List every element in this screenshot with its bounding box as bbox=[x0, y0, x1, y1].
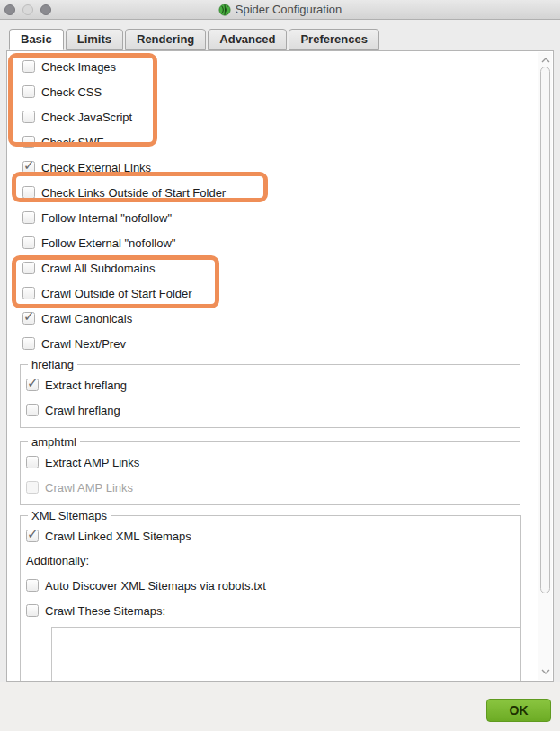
title-bar: Spider Configuration bbox=[0, 0, 560, 20]
xml-sitemaps-legend: XML Sitemaps bbox=[28, 509, 111, 522]
checkbox-list: ✓ Check Images ✓ Check CSS ✓ Check JavaS… bbox=[7, 51, 553, 356]
basic-tab-panel: ✓ Check Images ✓ Check CSS ✓ Check JavaS… bbox=[6, 50, 554, 682]
checkbox-label: Crawl Linked XML Sitemaps bbox=[45, 530, 191, 543]
row-crawl-these-sitemaps: ✓ Crawl These Sitemaps: bbox=[23, 598, 520, 623]
minimize-window-icon[interactable] bbox=[22, 4, 33, 15]
scrollbar-thumb[interactable] bbox=[540, 67, 550, 593]
dialog-footer: OK bbox=[0, 682, 560, 731]
checkbox-label: Check Links Outside of Start Folder bbox=[41, 186, 226, 200]
checkbox-label: Follow Internal "nofollow" bbox=[41, 211, 172, 225]
checkbox-label: Auto Discover XML Sitemaps via robots.tx… bbox=[45, 579, 266, 593]
tab-basic[interactable]: Basic bbox=[9, 29, 64, 50]
row-follow-external-nofollow: ✓ Follow External "nofollow" bbox=[7, 230, 553, 255]
extract-hreflang-checkbox[interactable]: ✓ bbox=[26, 379, 39, 391]
extract-amp-links-checkbox[interactable]: ✓ bbox=[26, 456, 39, 468]
tab-limits[interactable]: Limits bbox=[66, 29, 123, 50]
check-javascript-checkbox[interactable]: ✓ bbox=[22, 111, 35, 123]
checkbox-label: Check SWF bbox=[41, 136, 103, 149]
row-check-links-outside-start-folder: ✓ Check Links Outside of Start Folder bbox=[7, 180, 553, 205]
row-crawl-linked-xml-sitemaps: ✓ Crawl Linked XML Sitemaps bbox=[23, 523, 520, 548]
row-check-javascript: ✓ Check JavaScript bbox=[7, 104, 553, 129]
checkbox-label: Check JavaScript bbox=[41, 111, 132, 124]
sitemaps-list-input[interactable] bbox=[51, 627, 520, 682]
crawl-all-subdomains-checkbox[interactable]: ✓ bbox=[22, 262, 35, 274]
row-crawl-outside-start-folder: ✓ Crawl Outside of Start Folder bbox=[7, 281, 553, 306]
tab-preferences[interactable]: Preferences bbox=[289, 29, 378, 50]
row-auto-discover-xml-sitemaps: ✓ Auto Discover XML Sitemaps via robots.… bbox=[23, 573, 520, 598]
check-external-links-checkbox[interactable]: ✓ bbox=[22, 161, 35, 174]
checkbox-label: Check Images bbox=[41, 60, 116, 74]
hreflang-group: hreflang ✓ Extract hreflang ✓ Crawl href… bbox=[20, 358, 520, 428]
check-css-checkbox[interactable]: ✓ bbox=[22, 85, 35, 98]
window-title: Spider Configuration bbox=[236, 3, 342, 16]
scroll-up-icon[interactable] bbox=[541, 57, 550, 64]
crawl-these-sitemaps-checkbox[interactable]: ✓ bbox=[26, 604, 39, 617]
spider-app-icon bbox=[218, 4, 231, 16]
ok-button[interactable]: OK bbox=[486, 699, 551, 722]
checkbox-label: Extract hreflang bbox=[45, 379, 127, 392]
row-check-external-links: ✓ Check External Links bbox=[7, 155, 553, 180]
hreflang-legend: hreflang bbox=[28, 358, 77, 371]
checkbox-label: Crawl AMP Links bbox=[45, 481, 133, 495]
follow-internal-nofollow-checkbox[interactable]: ✓ bbox=[22, 211, 35, 224]
check-links-outside-checkbox[interactable]: ✓ bbox=[22, 186, 35, 199]
zoom-window-icon[interactable] bbox=[40, 4, 51, 15]
check-images-checkbox[interactable]: ✓ bbox=[22, 60, 35, 73]
checkbox-label: Extract AMP Links bbox=[45, 456, 139, 469]
checkbox-label: Check External Links bbox=[41, 161, 151, 174]
follow-external-nofollow-checkbox[interactable]: ✓ bbox=[22, 236, 35, 249]
auto-discover-sitemaps-checkbox[interactable]: ✓ bbox=[26, 579, 39, 592]
checkbox-label: Check CSS bbox=[41, 85, 102, 99]
amphtml-legend: amphtml bbox=[28, 435, 80, 449]
checkbox-label: Crawl hreflang bbox=[45, 404, 120, 417]
crawl-amp-links-checkbox: ✓ bbox=[26, 481, 39, 494]
checkbox-label: Crawl These Sitemaps: bbox=[45, 604, 165, 618]
row-crawl-next-prev: ✓ Crawl Next/Prev bbox=[7, 331, 553, 356]
checkbox-label: Follow External "nofollow" bbox=[41, 236, 175, 250]
tab-rendering[interactable]: Rendering bbox=[125, 29, 206, 50]
crawl-canonicals-checkbox[interactable]: ✓ bbox=[22, 312, 35, 325]
row-check-css: ✓ Check CSS bbox=[7, 79, 553, 104]
row-extract-hreflang: ✓ Extract hreflang bbox=[23, 372, 520, 397]
row-extract-amp-links: ✓ Extract AMP Links bbox=[23, 450, 520, 475]
row-crawl-hreflang: ✓ Crawl hreflang bbox=[23, 397, 520, 423]
row-crawl-amp-links: ✓ Crawl AMP Links bbox=[23, 475, 520, 500]
row-check-images: ✓ Check Images bbox=[7, 54, 553, 79]
checkbox-label: Crawl All Subdomains bbox=[41, 262, 155, 275]
xml-sitemaps-group: XML Sitemaps ✓ Crawl Linked XML Sitemaps… bbox=[20, 509, 521, 682]
checkbox-label: Crawl Outside of Start Folder bbox=[41, 287, 192, 300]
amphtml-group: amphtml ✓ Extract AMP Links ✓ Crawl AMP … bbox=[20, 435, 520, 505]
close-window-icon[interactable] bbox=[4, 4, 15, 15]
additionally-label: Additionally: bbox=[23, 548, 520, 573]
tab-advanced[interactable]: Advanced bbox=[208, 29, 287, 50]
crawl-linked-xml-sitemaps-checkbox[interactable]: ✓ bbox=[26, 530, 39, 542]
traffic-lights bbox=[0, 4, 51, 15]
crawl-outside-start-folder-checkbox[interactable]: ✓ bbox=[22, 287, 35, 299]
row-follow-internal-nofollow: ✓ Follow Internal "nofollow" bbox=[7, 205, 553, 230]
checkbox-label: Crawl Canonicals bbox=[41, 312, 132, 325]
row-crawl-canonicals: ✓ Crawl Canonicals bbox=[7, 306, 553, 331]
row-check-swf: ✓ Check SWF bbox=[7, 129, 553, 155]
tab-strip: Basic Limits Rendering Advanced Preferen… bbox=[0, 20, 560, 50]
vertical-scrollbar[interactable] bbox=[538, 52, 552, 680]
checkbox-label: Crawl Next/Prev bbox=[41, 337, 126, 351]
crawl-next-prev-checkbox[interactable]: ✓ bbox=[22, 337, 35, 350]
row-crawl-all-subdomains: ✓ Crawl All Subdomains bbox=[7, 255, 553, 281]
crawl-hreflang-checkbox[interactable]: ✓ bbox=[26, 404, 39, 416]
check-swf-checkbox[interactable]: ✓ bbox=[22, 136, 35, 148]
scroll-down-icon[interactable] bbox=[541, 668, 550, 675]
